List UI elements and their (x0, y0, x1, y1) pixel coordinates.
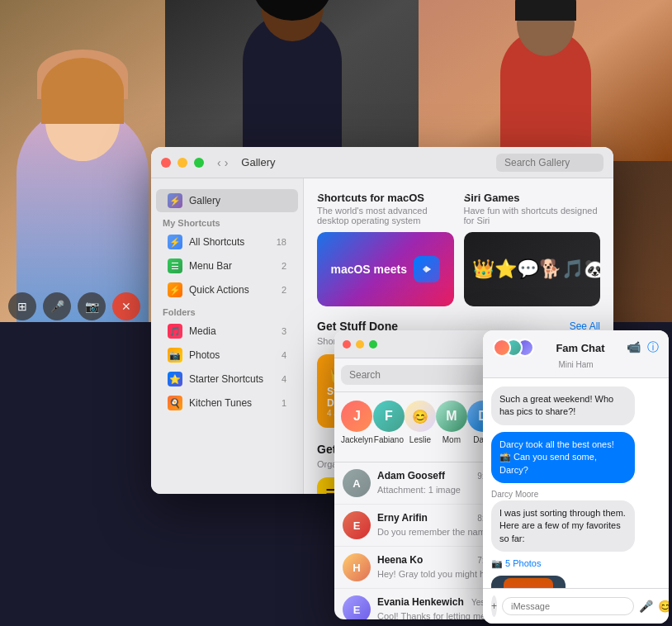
incoming-bubble-1: Such a great weekend! Who has pics to sh… (491, 387, 635, 425)
minimize-button[interactable] (177, 158, 187, 168)
siri-games-card[interactable]: Siri Games Have fun with shortcuts desig… (464, 192, 601, 306)
pin-mom[interactable]: M Mom (436, 401, 467, 453)
chat-subtitle: Mini Ham (493, 360, 659, 369)
fabiano-name: Fabiano (374, 435, 404, 444)
messages-maximize-button[interactable] (369, 340, 377, 349)
menu-bar-icon: ☰ (168, 258, 182, 273)
jackelyn-avatar: J (341, 401, 372, 432)
mom-avatar: M (436, 401, 467, 432)
chat-message-input[interactable] (502, 597, 634, 615)
chat-window-title: Fam Chat (556, 342, 604, 354)
sidebar-gallery-label: Gallery (189, 195, 220, 206)
siri-games-visual: 👑 ⭐ 💬 🐕 🎵 🐼 (464, 232, 601, 306)
chat-header-top: Fam Chat 📹 ⓘ (493, 339, 659, 357)
siri-games-subtitle: Have fun with shortcuts designed for Sir… (464, 206, 601, 225)
camera-button[interactable]: 📷 (78, 292, 106, 320)
nav-back-arrow[interactable]: ‹ (217, 156, 221, 169)
window-title: Gallery (241, 156, 275, 168)
maximize-button[interactable] (194, 158, 204, 168)
photos-badge: 4 (282, 350, 286, 360)
photos-label: Photos (189, 349, 220, 361)
video-cell-1 (0, 0, 165, 322)
kitchen-tunes-label: Kitchen Tunes (189, 397, 252, 409)
adam-avatar: A (343, 469, 371, 497)
quick-actions-label: Quick Actions (189, 284, 249, 296)
messages-minimize-button[interactable] (356, 340, 364, 349)
menu-bar-label: Menu Bar (189, 260, 232, 272)
macos-card-title: Shortcuts for macOS (317, 192, 454, 204)
pin-leslie[interactable]: 😊 Leslie (405, 401, 436, 453)
all-shortcuts-label: All Shortcuts (189, 236, 244, 248)
outgoing-msg-container: Darcy took all the best ones! 📸 Can you … (491, 432, 660, 483)
nav-forward-arrow[interactable]: › (225, 156, 229, 169)
shortcuts-logo (414, 256, 440, 282)
macos-meets-text: macOS meets (330, 263, 407, 276)
photos-icon: 📷 (168, 348, 182, 363)
sidebar-item-all-shortcuts[interactable]: ⚡ All Shortcuts 18 (156, 230, 298, 254)
video-cell-2 (165, 0, 419, 161)
media-badge: 3 (282, 326, 286, 336)
sidebar-item-menu-bar[interactable]: ☰ Menu Bar 2 (156, 254, 298, 277)
gallery-search-input[interactable] (496, 154, 603, 172)
sidebar-item-quick-actions[interactable]: ⚡ Quick Actions 2 (156, 278, 298, 301)
starter-shortcuts-icon: ⭐ (168, 372, 182, 387)
sidebar-item-kitchen-tunes[interactable]: 🍳 Kitchen Tunes 1 (156, 391, 298, 415)
media-icon: 🎵 (168, 324, 182, 339)
sidebar-item-starter-shortcuts[interactable]: ⭐ Starter Shortcuts 4 (156, 368, 298, 391)
kitchen-tunes-badge: 1 (282, 398, 286, 408)
dog-icon: 🐕 (539, 258, 561, 280)
jackelyn-name: Jackelyn (341, 435, 373, 444)
chat-header: Fam Chat 📹 ⓘ Mini Ham (483, 330, 669, 378)
gallery-icon: ⚡ (168, 193, 182, 208)
speech-icon: 💬 (517, 258, 539, 280)
end-call-button[interactable]: ✕ (112, 292, 140, 320)
erny-name: Erny Arifin (377, 512, 428, 524)
photos-count-badge: 📷 5 Photos (491, 558, 541, 569)
quick-actions-icon: ⚡ (168, 282, 182, 297)
starter-shortcuts-badge: 4 (282, 374, 286, 384)
quick-actions-badge: 2 (282, 285, 286, 295)
siri-games-title: Siri Games (464, 192, 601, 204)
macos-card-visual: macOS meets (317, 232, 454, 306)
video-cell-3 (419, 0, 672, 161)
fabiano-avatar: F (373, 401, 405, 432)
audio-record-icon[interactable]: 🎤 (639, 600, 653, 613)
info-icon[interactable]: ⓘ (647, 340, 659, 355)
featured-cards-row: Shortcuts for macOS The world's most adv… (317, 192, 600, 306)
video-call-icon[interactable]: 📹 (627, 340, 641, 355)
pin-jackelyn[interactable]: J Jackelyn (341, 401, 373, 453)
menu-bar-badge: 2 (282, 261, 286, 271)
photos-row: 📷 5 Photos (491, 558, 660, 569)
darcy-sender-name: Darcy Moore (491, 490, 660, 499)
pin-fabiano[interactable]: F Fabiano (373, 401, 405, 453)
grid-view-button[interactable]: ⊞ (8, 292, 36, 320)
heena-name: Heena Ko (377, 554, 423, 566)
darcy-bubble-1: I was just sorting through them. Here ar… (491, 500, 635, 552)
incoming-msg-1-container: Such a great weekend! Who has pics to sh… (491, 387, 660, 425)
adam-preview: Attachment: 1 image (377, 485, 461, 495)
mute-button[interactable]: 🎤 (43, 292, 71, 320)
photo-thumbnail[interactable] (491, 576, 566, 588)
darcy-msg-container: Darcy Moore I was just sorting through t… (491, 490, 660, 552)
app-icon[interactable]: + (491, 595, 497, 617)
star-icon: ⭐ (495, 258, 517, 280)
sidebar-item-media[interactable]: 🎵 Media 3 (156, 320, 298, 343)
chat-messages-body: Such a great weekend! Who has pics to sh… (483, 378, 669, 588)
panda-icon: 🐼 (584, 258, 601, 280)
mom-name: Mom (442, 435, 461, 444)
erny-avatar: E (343, 511, 371, 539)
evania-avatar: E (343, 595, 371, 619)
messages-close-button[interactable] (343, 340, 351, 349)
sidebar-item-photos[interactable]: 📷 Photos 4 (156, 344, 298, 367)
evania-name: Evania Henkewich (377, 596, 464, 608)
leslie-avatar: 😊 (405, 401, 436, 432)
close-button[interactable] (161, 158, 171, 168)
emoji-picker-icon[interactable]: 😊 (658, 600, 669, 613)
note-icon: 🎵 (561, 258, 584, 280)
sidebar-item-gallery[interactable]: ⚡ Gallery (156, 189, 298, 212)
shortcuts-sidebar: ⚡ Gallery My Shortcuts ⚡ All Shortcuts 1… (151, 178, 304, 494)
chat-action-icons: 📹 ⓘ (627, 340, 659, 355)
macos-card[interactable]: Shortcuts for macOS The world's most adv… (317, 192, 454, 306)
leslie-name: Leslie (409, 435, 431, 444)
heena-avatar: H (343, 553, 371, 581)
